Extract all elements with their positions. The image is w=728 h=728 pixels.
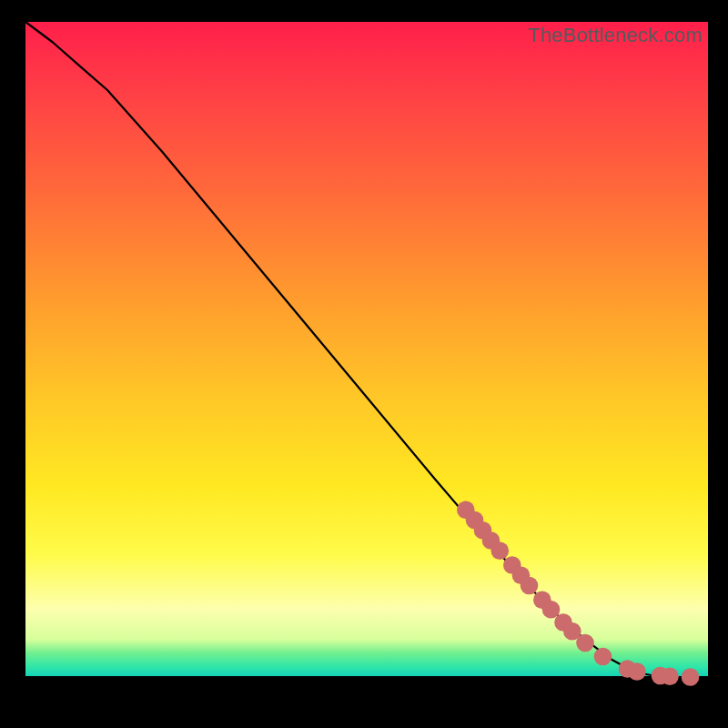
- marker-group: [457, 501, 699, 686]
- data-marker: [542, 601, 561, 619]
- chart-overlay: [25, 22, 708, 704]
- data-marker: [628, 662, 646, 681]
- data-marker: [661, 668, 679, 686]
- data-marker: [682, 668, 700, 686]
- stage: TheBottleneck.com: [0, 0, 728, 728]
- plot-area: TheBottleneck.com: [25, 22, 708, 704]
- curve-line: [25, 22, 694, 677]
- data-marker: [576, 634, 594, 652]
- data-marker: [491, 542, 510, 561]
- data-marker: [594, 648, 612, 666]
- data-marker: [521, 577, 539, 595]
